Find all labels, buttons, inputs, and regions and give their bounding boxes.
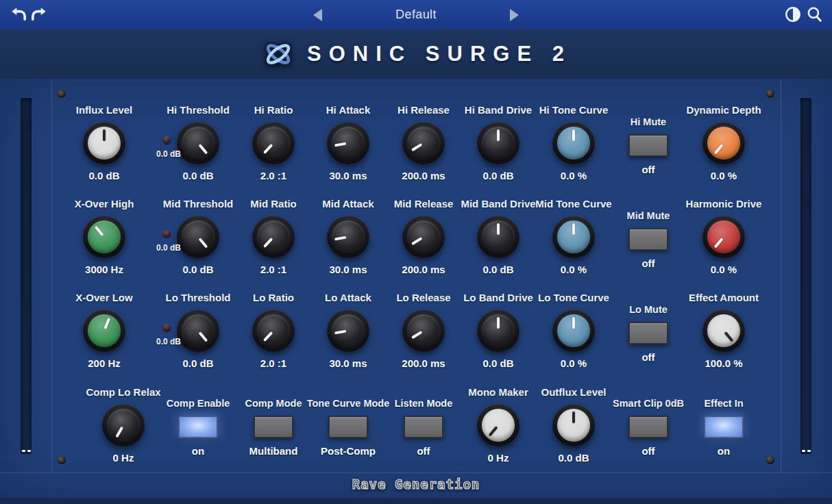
listen-mode-value: off <box>417 445 430 457</box>
mid-band-drive-pointer <box>497 223 500 235</box>
mid-attack-knob[interactable] <box>327 216 369 258</box>
mid-ratio-knob[interactable] <box>252 216 295 258</box>
lo-attack-knob[interactable] <box>327 310 369 352</box>
hi-band-drive-knob[interactable] <box>477 122 519 164</box>
lo-threshold-label: Lo Threshold <box>166 291 231 304</box>
hi-attack-pointer <box>334 142 346 147</box>
panel-border-left <box>51 79 52 473</box>
control-panel: Influx Level0.0 dBHi Threshold0.0 dB0.0 … <box>0 79 832 498</box>
dynamic-depth-value: 0.0 % <box>711 170 737 182</box>
lo-band-drive-knob[interactable] <box>477 310 519 352</box>
comp-lo-relax-knob[interactable] <box>102 404 145 446</box>
x-over-low-knob[interactable] <box>83 310 125 352</box>
outflux-level-knob[interactable] <box>552 404 595 446</box>
panel-border-bottom <box>0 473 832 473</box>
next-preset-icon[interactable] <box>510 9 519 21</box>
lo-tone-curve-knob[interactable] <box>552 310 595 352</box>
lo-ratio-pointer <box>263 331 273 342</box>
hi-attack-label: Hi Attack <box>326 103 370 116</box>
mid-mute-label: Mid Mute <box>627 210 670 223</box>
x-over-high-knob[interactable] <box>83 216 125 258</box>
preset-navigator: Default <box>313 0 519 29</box>
mid-release-value: 200.0 ms <box>402 264 445 276</box>
lo-attack-label: Lo Attack <box>325 291 371 304</box>
lo-mute-label: Lo Mute <box>629 303 668 316</box>
screw <box>58 90 66 98</box>
hi-band-drive-value: 0.0 dB <box>482 170 513 182</box>
mid-release-knob[interactable] <box>402 216 445 258</box>
outflux-level-label: Outflux Level <box>541 386 606 399</box>
hi-threshold-side-value: 0.0 dB <box>151 149 186 159</box>
harmonic-drive-knob[interactable] <box>702 216 745 258</box>
undo-icon[interactable] <box>10 5 27 23</box>
search-icon[interactable] <box>805 5 823 23</box>
lo-tone-curve-pointer <box>572 317 575 329</box>
smart-clip-0db-value: off <box>641 445 654 457</box>
mid-attack-label: Mid Attack <box>322 197 374 210</box>
mono-maker-pointer <box>489 426 498 437</box>
comp-enable-toggle-button[interactable] <box>178 416 218 438</box>
lo-ratio-label: Lo Ratio <box>253 291 294 304</box>
mid-threshold-gain-reduction-led <box>163 230 171 238</box>
hi-ratio-pointer <box>263 144 273 154</box>
hi-tone-curve-pointer <box>572 129 575 141</box>
comp-lo-relax-value: 0 Hz <box>113 452 134 464</box>
hi-ratio-knob[interactable] <box>252 122 295 164</box>
mid-mute-toggle-button[interactable] <box>628 228 668 251</box>
smart-clip-0db-toggle-button[interactable] <box>628 416 668 438</box>
preset-name[interactable]: Default <box>395 8 437 22</box>
lo-tone-curve-value: 0.0 % <box>561 357 587 370</box>
lo-threshold-value: 0.0 dB <box>182 357 213 370</box>
mid-band-drive-knob[interactable] <box>477 216 519 258</box>
dynamic-depth-label: Dynamic Depth <box>686 103 761 116</box>
effect-amount-pointer <box>724 331 733 342</box>
effect-in-toggle-button[interactable] <box>704 416 744 438</box>
lo-ratio-knob[interactable] <box>252 310 295 352</box>
lo-release-knob[interactable] <box>402 310 445 352</box>
hi-release-knob[interactable] <box>402 122 445 164</box>
redo-icon[interactable] <box>30 5 48 23</box>
hi-threshold-gain-reduction-led <box>163 136 171 144</box>
mid-threshold-side-value: 0.0 dB <box>151 243 186 253</box>
previous-preset-icon[interactable] <box>313 9 322 21</box>
lo-attack-pointer <box>334 330 346 335</box>
comp-lo-relax-pointer <box>115 427 123 438</box>
hi-tone-curve-knob[interactable] <box>552 122 595 164</box>
hi-ratio-label: Hi Ratio <box>254 103 293 116</box>
mid-ratio-value: 2.0 :1 <box>260 264 286 276</box>
tone-curve-mode-toggle-button[interactable] <box>328 416 368 438</box>
mid-tone-curve-knob[interactable] <box>552 216 595 258</box>
effect-in-value: on <box>718 445 730 457</box>
tone-curve-mode-label: Tone Curve Mode <box>307 397 390 410</box>
mid-mute-value: off <box>641 257 654 270</box>
mono-maker-label: Mono Maker <box>468 386 528 399</box>
hi-attack-knob[interactable] <box>327 122 369 164</box>
x-over-low-value: 200 Hz <box>88 357 121 370</box>
plugin-window: Default SONIC SURGE 2 <box>0 0 832 504</box>
dynamic-depth-knob[interactable] <box>702 122 745 164</box>
control-effect-in: Effect Inon <box>679 397 768 457</box>
contrast-icon[interactable] <box>784 5 802 23</box>
hi-attack-value: 30.0 ms <box>329 170 367 182</box>
mid-band-drive-label: Mid Band Drive <box>461 197 535 210</box>
lo-band-drive-label: Lo Band Drive <box>463 291 533 304</box>
lo-tone-curve-label: Lo Tone Curve <box>538 291 609 304</box>
hi-mute-toggle-button[interactable] <box>628 134 668 157</box>
influx-level-knob[interactable] <box>83 122 125 164</box>
atom-orbits-logo-icon <box>260 36 296 72</box>
mono-maker-knob[interactable] <box>477 404 519 446</box>
listen-mode-toggle-button[interactable] <box>404 416 443 438</box>
brand-footer: Rave Generation <box>0 477 832 492</box>
screw <box>58 456 66 464</box>
lo-release-label: Lo Release <box>396 291 450 304</box>
influx-level-pointer <box>103 129 106 141</box>
outflux-level-value: 0.0 dB <box>558 452 589 464</box>
harmonic-drive-pointer <box>714 238 724 249</box>
listen-mode-label: Listen Mode <box>395 397 453 410</box>
control-effect-amount: Effect Amount100.0 % <box>679 291 768 370</box>
effect-amount-knob[interactable] <box>702 310 745 352</box>
x-over-high-value: 3000 Hz <box>85 264 123 276</box>
lo-mute-toggle-button[interactable] <box>628 322 668 344</box>
lo-band-drive-value: 0.0 dB <box>482 357 513 370</box>
comp-mode-toggle-button[interactable] <box>254 416 293 438</box>
